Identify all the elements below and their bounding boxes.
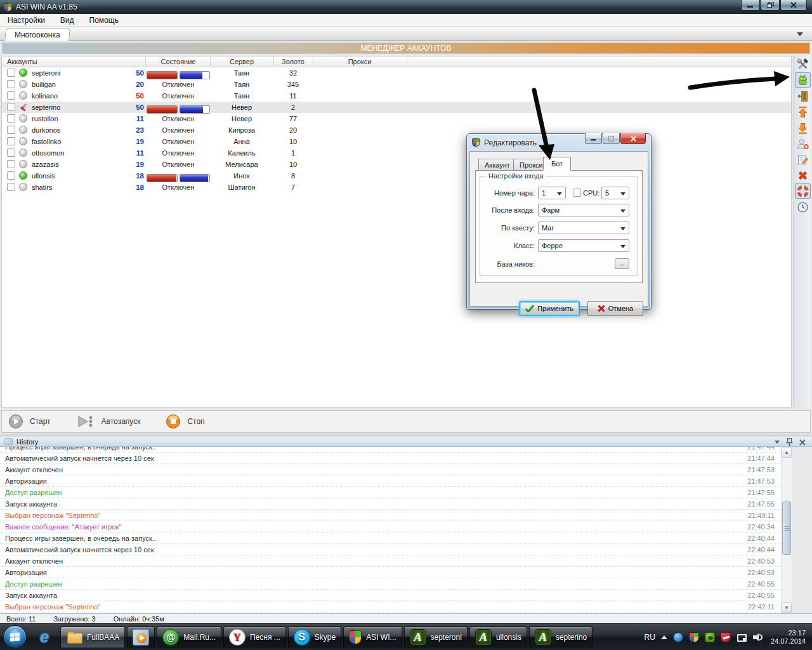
row-checkbox[interactable]	[7, 91, 15, 100]
table-row[interactable]: septeroni 50 Таян 32	[2, 67, 791, 79]
network-tray-icon[interactable]	[737, 632, 747, 642]
cancel-button[interactable]: Отмена	[587, 301, 643, 316]
menu-settings[interactable]: Настройки	[0, 14, 53, 26]
clock-icon[interactable]	[795, 199, 811, 215]
table-row[interactable]: azazasis 19 Отключен Мелисара 10	[2, 159, 791, 170]
bot-icon[interactable]	[795, 72, 811, 88]
row-checkbox[interactable]	[7, 80, 15, 88]
col-gold[interactable]: Золото	[273, 58, 313, 65]
dialog-tab-bot[interactable]: Бот	[543, 157, 571, 171]
browse-button[interactable]: ..	[615, 258, 629, 269]
dialog-close-button[interactable]	[620, 133, 646, 144]
scroll-up-icon[interactable]: ▲	[782, 447, 792, 458]
table-row[interactable]: shatirs 18 Отключен Шатигон 7	[2, 182, 791, 193]
history-scrollbar[interactable]: ▲ ▼	[781, 447, 792, 613]
history-row[interactable]: Аккаунт отключен 22:40:53	[0, 555, 781, 567]
taskbar-button[interactable]	[127, 627, 155, 648]
col-accounts[interactable]: Аккаунты	[7, 58, 37, 65]
by-quest-select[interactable]: Маг	[538, 222, 629, 234]
dialog-titlebar[interactable]: Редактировать	[467, 134, 651, 151]
row-checkbox[interactable]	[7, 137, 15, 145]
taskbar-button[interactable]	[30, 627, 58, 648]
col-state[interactable]: Состояние	[147, 58, 210, 65]
restore-button[interactable]	[761, 0, 780, 11]
taskbar-button[interactable]: Mail.Ru...	[157, 627, 221, 648]
history-row[interactable]: Выбран персонаж "Septerino" 21:49:11	[0, 510, 781, 521]
history-row[interactable]: Авторизация 21:47:53	[0, 475, 781, 487]
after-login-select[interactable]: Фарм	[538, 204, 629, 216]
security-shield-tray-icon[interactable]	[689, 632, 699, 642]
tray-expand-icon[interactable]	[661, 635, 667, 639]
tray-clock[interactable]: 23:17 24.07.2014	[771, 629, 806, 646]
table-row[interactable]: fastolinko 19 Отключен Анна 10	[2, 136, 791, 147]
history-dropdown-icon[interactable]	[775, 441, 780, 444]
tabstrip-dropdown-icon[interactable]	[797, 32, 803, 36]
dialog-minimize-button[interactable]	[585, 133, 602, 144]
row-checkbox[interactable]	[7, 149, 15, 157]
taskbar-button[interactable]: septerino	[529, 627, 593, 648]
row-checkbox[interactable]	[7, 103, 15, 111]
history-row[interactable]: Аккаунт отключен 21:47:53	[0, 464, 781, 475]
taskbar-button[interactable]: septeroni	[404, 627, 468, 648]
cpu-checkbox[interactable]	[573, 189, 581, 197]
history-row[interactable]: Важное сообщение: "Атакует игрок" 22:40:…	[0, 521, 781, 533]
taskbar-button[interactable]: Skype	[288, 627, 341, 648]
taskbar-button[interactable]: Песня ...	[223, 627, 286, 648]
upload-arrow-icon[interactable]	[795, 104, 811, 119]
taskbar-button[interactable]: FullBAAA	[60, 627, 125, 648]
add-user-icon[interactable]	[795, 136, 811, 151]
row-checkbox[interactable]	[7, 126, 15, 134]
download-arrow-icon[interactable]	[795, 120, 811, 135]
history-row[interactable]: Автоматический запуск начнется через 10 …	[0, 544, 781, 555]
menu-help[interactable]: Помощь	[82, 14, 126, 26]
dialog-maximize-button[interactable]	[603, 133, 620, 144]
minimize-button[interactable]	[741, 0, 760, 11]
tools-icon[interactable]	[795, 56, 811, 72]
history-row[interactable]: Авторизация 22:40:53	[0, 567, 781, 578]
language-indicator[interactable]: RU	[645, 633, 655, 642]
scroll-down-icon[interactable]: ▼	[782, 602, 792, 613]
row-checkbox[interactable]	[7, 69, 15, 77]
history-row[interactable]: Запуск аккаунта 21:47:55	[0, 498, 781, 510]
history-close-icon[interactable]	[799, 439, 806, 446]
history-row[interactable]: Доступ разрешен 22:40:55	[0, 578, 781, 590]
close-button[interactable]	[780, 0, 807, 11]
autostart-button[interactable]: Автозапуск	[76, 414, 147, 429]
table-row[interactable]: builigan 20 Отключен Таян 345	[2, 79, 791, 90]
red-shield-tray-icon[interactable]	[721, 632, 731, 642]
row-checkbox[interactable]	[7, 171, 15, 180]
char-number-select[interactable]: 1	[538, 187, 566, 199]
start-button[interactable]: Старт	[8, 414, 57, 429]
apply-button[interactable]: Применить	[519, 301, 580, 316]
table-row[interactable]: septerino 50 Невер 2	[2, 102, 791, 113]
history-row[interactable]: Доступ разрешен 21:47:55	[0, 487, 781, 498]
history-row[interactable]: Запуск аккаунта 22:40:55	[0, 590, 781, 601]
taskbar-button[interactable]: ullonsis	[469, 627, 527, 648]
pin-icon[interactable]	[786, 438, 793, 446]
dialog-tab-account[interactable]: Аккаунт	[478, 159, 516, 171]
tab-multiwindow[interactable]: Многооконка	[4, 29, 70, 41]
class-select[interactable]: Ферре	[538, 239, 629, 252]
table-row[interactable]: kolinano 50 Отключен Таян 11	[2, 90, 791, 102]
start-orb[interactable]	[3, 625, 27, 649]
table-row[interactable]: ullonsis 18 Инох 8	[2, 170, 791, 182]
taskbar-button[interactable]: ASI WI...	[343, 627, 402, 648]
cpu-select[interactable]: 5	[601, 187, 629, 199]
history-row[interactable]: Процесс игры завершен, в очередь на запу…	[0, 533, 781, 544]
history-row[interactable]: Автоматический запуск начнется через 10 …	[0, 453, 781, 464]
history-row[interactable]: Выбран персонаж "Septerino" 22:42:11	[0, 601, 781, 613]
lifebuoy-icon[interactable]	[795, 183, 811, 199]
antivirus-tray-icon[interactable]	[705, 632, 715, 642]
table-row[interactable]: durkonos 23 Отключен Кипроза 20	[2, 124, 791, 136]
scrollbar-thumb[interactable]	[782, 501, 791, 555]
stop-button[interactable]: Стоп	[166, 414, 211, 429]
edit-note-icon[interactable]	[795, 152, 811, 167]
col-proxy[interactable]: Прокси	[313, 58, 407, 65]
col-server[interactable]: Сервер	[210, 58, 273, 65]
table-row[interactable]: rustollon 11 Отключен Невер 77	[2, 113, 791, 124]
volume-tray-icon[interactable]	[752, 632, 763, 642]
row-checkbox[interactable]	[7, 183, 15, 191]
globe-tray-icon[interactable]	[673, 632, 683, 642]
row-checkbox[interactable]	[7, 114, 15, 123]
table-row[interactable]: ottosomon 11 Отключен Калеиль 1	[2, 147, 791, 159]
